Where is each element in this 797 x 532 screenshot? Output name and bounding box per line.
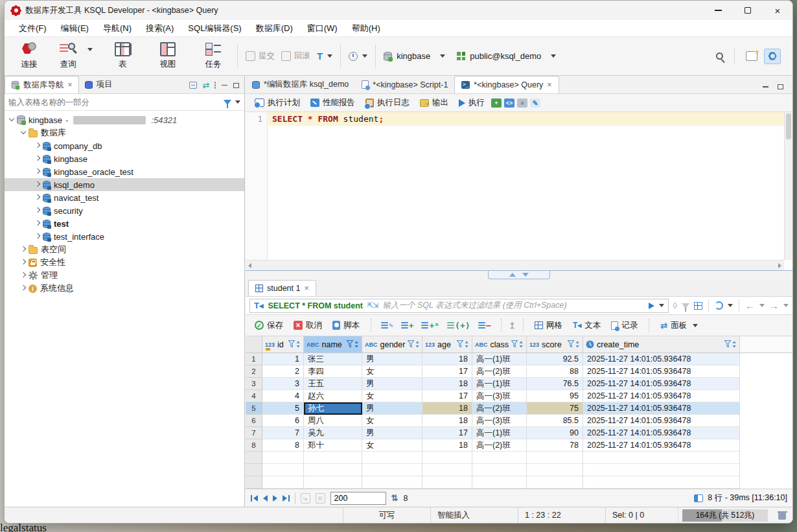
page-size-input[interactable]: [330, 492, 386, 505]
commit-button[interactable]: 提交: [242, 48, 278, 64]
tree-db-security[interactable]: security: [5, 204, 244, 217]
editor-minimize-icon[interactable]: [763, 86, 768, 87]
cancel-button[interactable]: 取消: [290, 318, 326, 333]
chevron-right-icon[interactable]: [21, 285, 26, 290]
menu-search[interactable]: 搜索(A): [139, 21, 180, 36]
filter-sort-icon[interactable]: [568, 340, 580, 349]
script-button[interactable]: 脚本: [329, 318, 364, 333]
filter-input[interactable]: T◂ SELECT * FROM student ⇱⇲ 输入一个 SQL 表达式…: [249, 299, 669, 313]
row-number[interactable]: 4: [246, 390, 262, 402]
column-header-age[interactable]: 123 age: [422, 336, 472, 353]
fetch-page-icon[interactable]: ⤷: [301, 493, 310, 503]
row-number[interactable]: 5: [246, 402, 262, 415]
filter-caret[interactable]: [235, 100, 240, 104]
query-button[interactable]: 查询: [49, 39, 87, 74]
forward-arrow-icon[interactable]: →: [769, 301, 779, 310]
custom-filter-icon[interactable]: [694, 302, 702, 310]
tab-query[interactable]: *<kingbase> Query ×: [454, 76, 559, 93]
transaction-mode-button[interactable]: T: [314, 49, 336, 64]
close-button[interactable]: ×: [763, 1, 792, 20]
chevron-right-icon[interactable]: [35, 168, 40, 174]
remove-filter-icon[interactable]: [682, 303, 689, 308]
chevron-right-icon[interactable]: [21, 246, 26, 251]
maximize-button[interactable]: [733, 1, 763, 20]
chevron-right-icon[interactable]: [35, 181, 40, 187]
execute-button[interactable]: 执行: [455, 95, 489, 110]
delete-row-button[interactable]: −: [476, 319, 494, 331]
refresh-icon[interactable]: [715, 301, 723, 310]
tree-db-navicat_test[interactable]: navicat_test: [5, 191, 244, 204]
navigator-tab-close-icon[interactable]: ×: [68, 80, 73, 89]
result-tab-close-icon[interactable]: ×: [304, 284, 308, 293]
new-window-icon[interactable]: [746, 51, 757, 61]
sql-editor[interactable]: 1 SELECT * FROM student;: [246, 112, 784, 260]
table-row[interactable]: 4 4 赵六 女 17 高一(3)班 95 2025-11-27 14:01:0…: [246, 390, 792, 402]
view-menu-icon[interactable]: [214, 82, 216, 89]
schema-selector[interactable]: public@ksql_demo: [454, 49, 559, 64]
tree-node-administer[interactable]: 管理: [5, 269, 244, 282]
filter-sort-icon[interactable]: [288, 340, 301, 349]
chevron-right-icon[interactable]: [21, 272, 26, 277]
code-icon[interactable]: <>: [504, 98, 514, 108]
column-header-id[interactable]: 123 id: [262, 336, 304, 353]
menu-navigate[interactable]: 导航(N): [97, 21, 138, 36]
tree-db-company_db[interactable]: company_db: [5, 139, 244, 152]
column-header-create-time[interactable]: create_time: [583, 336, 740, 353]
panel-maximize-icon[interactable]: [233, 83, 239, 88]
chevron-right-icon[interactable]: [35, 194, 40, 200]
save-button[interactable]: 保存: [251, 318, 287, 333]
expand-filter-icon[interactable]: ⇱⇲: [367, 301, 378, 310]
tab-student-result[interactable]: student 1 ×: [248, 280, 316, 296]
search-icon[interactable]: [716, 52, 723, 60]
query-dropdown-caret[interactable]: [87, 48, 93, 51]
chevron-right-icon[interactable]: [21, 259, 26, 264]
execution-log-button[interactable]: 执行日志: [362, 95, 413, 110]
filter-sort-icon[interactable]: [408, 340, 420, 349]
eraser-icon[interactable]: ◊: [673, 301, 677, 310]
filter-sort-icon[interactable]: [724, 340, 737, 349]
column-header-name[interactable]: ABC name: [304, 336, 362, 353]
explain-plan-button[interactable]: 执行计划: [251, 95, 304, 110]
table-row[interactable]: 2 2 李四 女 17 高一(2)班 88 2025-11-27 14:01:0…: [246, 365, 792, 378]
tab-edit-database[interactable]: *编辑数据库 ksql_demo: [246, 76, 355, 93]
chevron-right-icon[interactable]: [35, 220, 40, 226]
tab-close-icon[interactable]: ×: [547, 80, 551, 89]
apply-filter-icon[interactable]: [649, 303, 654, 309]
panel-minimize-icon[interactable]: [222, 85, 227, 86]
text-view-button[interactable]: T◂ 文本: [569, 318, 605, 333]
tree-folder-databases[interactable]: 数据库: [5, 126, 244, 139]
menu-help[interactable]: 帮助(H): [345, 21, 387, 36]
scroll-right-icon[interactable]: [778, 263, 781, 268]
splitter-handle[interactable]: [488, 271, 550, 279]
history-button[interactable]: [345, 49, 371, 64]
record-view-button[interactable]: 记录: [607, 318, 641, 333]
sql-code-line[interactable]: SELECT * FROM student;: [268, 112, 784, 126]
filter-sort-icon[interactable]: [347, 340, 359, 349]
tree-connection-kingbase[interactable]: kingbase - :54321: [5, 113, 244, 126]
rollback-button[interactable]: 回滚: [278, 48, 314, 64]
chevron-right-icon[interactable]: [35, 143, 40, 148]
fetch-all-icon[interactable]: ⌗: [316, 493, 325, 503]
table-row[interactable]: 3 3 王五 男 18 高一(1)班 76.5 2025-11-27 14:01…: [246, 378, 792, 390]
editor-maximize-icon[interactable]: [778, 84, 783, 89]
view-button[interactable]: 视图: [148, 39, 187, 74]
panel-splitter[interactable]: [246, 270, 792, 280]
tab-script-1[interactable]: *<kingbase> Script-1: [355, 76, 454, 93]
minimize-button[interactable]: [703, 1, 733, 20]
menu-file[interactable]: 文件(F): [12, 21, 53, 36]
collapse-all-icon[interactable]: [189, 82, 197, 89]
filter-history-caret[interactable]: [659, 304, 664, 307]
editor-horizontal-scrollbar[interactable]: [246, 260, 784, 270]
row-number[interactable]: 3: [246, 378, 262, 390]
tree-node-security[interactable]: 安全性: [5, 256, 244, 269]
collapse-up-icon[interactable]: [509, 273, 516, 277]
connect-button[interactable]: 连接: [10, 39, 49, 74]
connection-selector[interactable]: kingbase: [380, 49, 448, 64]
new-sql-icon[interactable]: +: [491, 98, 502, 108]
row-number[interactable]: 1: [246, 353, 262, 365]
table-row[interactable]: 1 1 张三 男 18 高一(1)班 92.5 2025-11-27 14:01…: [246, 353, 792, 365]
edit-pencil-icon[interactable]: ✎: [530, 98, 540, 108]
row-number[interactable]: 8: [246, 439, 262, 452]
table-row[interactable]: 6 6 周八 女 18 高一(3)班 85.5 2025-11-27 14:01…: [246, 415, 792, 427]
format-icon[interactable]: ≡: [517, 98, 527, 108]
